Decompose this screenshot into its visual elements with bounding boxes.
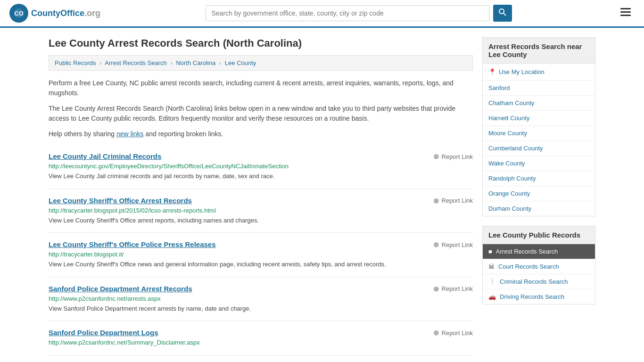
report-icon: ⊗ — [433, 285, 439, 293]
nearby-section: 📍Use My LocationSanfordChatham CountyHar… — [482, 64, 595, 216]
sidebar-public-records-driving-records-search[interactable]: 🚗Driving Records Search — [483, 289, 595, 304]
result-item: Sanford Police Department Logs ⊗ Report … — [49, 321, 473, 356]
report-link-button-4[interactable]: ⊗ Report Link — [433, 329, 473, 337]
report-icon: ⊗ — [433, 329, 439, 337]
result-item: Lee County Jail Criminal Records ⊗ Repor… — [49, 145, 473, 189]
sidebar-public-records-court-records-search[interactable]: 🏛Court Records Search — [483, 259, 595, 274]
result-url-0[interactable]: http://leecountync.gov/EmployeeDirectory… — [49, 163, 473, 170]
result-desc-1: View Lee County Sheriff's Office arrest … — [49, 216, 473, 225]
report-icon: ⊗ — [433, 240, 439, 249]
result-url-1[interactable]: http://tracycarter.blogspot.pt/2015/02/l… — [49, 207, 473, 214]
result-desc-0: View Lee County Jail criminal records an… — [49, 172, 473, 181]
nearby-item-chatham-county[interactable]: Chatham County — [483, 96, 595, 111]
sidebar-icon-2: ❕ — [488, 278, 496, 285]
nearby-item-harnett-county[interactable]: Harnett County — [483, 111, 595, 126]
result-title-1[interactable]: Lee County Sheriff's Office Arrest Recor… — [49, 197, 192, 205]
result-url-4[interactable]: http://www.p2csanfordnc.net/Summary_Disc… — [49, 339, 473, 346]
svg-line-4 — [504, 13, 506, 16]
result-title-4[interactable]: Sanford Police Department Logs — [49, 329, 158, 337]
result-item: Sanford Police Department Arrest Records… — [49, 277, 473, 321]
sidebar-public-records-criminal-records-search[interactable]: ❕Criminal Records Search — [483, 274, 595, 289]
sidebar-public-records-arrest-records-search[interactable]: ■Arrest Records Search — [483, 244, 595, 259]
page-title: Lee County Arrest Records Search (North … — [49, 37, 473, 49]
nearby-title: Arrest Records Search near Lee County — [482, 37, 595, 64]
report-link-button-2[interactable]: ⊗ Report Link — [433, 240, 473, 249]
report-link-button-3[interactable]: ⊗ Report Link — [433, 285, 473, 293]
result-url-3[interactable]: http://www.p2csanfordnc.net/arrests.aspx — [49, 295, 473, 302]
sidebar-icon-3: 🚗 — [488, 293, 496, 300]
nearby-item-orange-county[interactable]: Orange County — [483, 186, 595, 201]
menu-button[interactable] — [617, 6, 635, 21]
sidebar: Arrest Records Search near Lee County 📍U… — [482, 37, 595, 356]
description-para1: Perform a free Lee County, NC public arr… — [49, 78, 473, 98]
search-input[interactable] — [206, 5, 489, 21]
results-list: Lee County Jail Criminal Records ⊗ Repor… — [49, 145, 473, 356]
sidebar-icon-0: ■ — [488, 248, 492, 255]
logo[interactable]: CO CountyOffice.org — [9, 4, 100, 23]
sidebar-icon-1: 🏛 — [488, 263, 495, 270]
result-title-2[interactable]: Lee County Sheriff's Office Police Press… — [49, 240, 216, 248]
report-icon: ⊗ — [433, 197, 439, 205]
svg-rect-5 — [620, 8, 631, 9]
result-desc-3: View Sanford Police Department recent ar… — [49, 304, 473, 313]
location-icon: 📍 — [488, 68, 496, 75]
svg-text:CO: CO — [14, 10, 24, 17]
result-desc-2: View Lee County Sheriff's Office news an… — [49, 260, 473, 269]
public-records-section: ■Arrest Records Search🏛Court Records Sea… — [482, 244, 595, 304]
report-link-button-0[interactable]: ⊗ Report Link — [433, 152, 473, 161]
public-records-title: Lee County Public Records — [482, 226, 595, 244]
description-para3: Help others by sharing new links and rep… — [49, 129, 473, 139]
new-links-link[interactable]: new links — [116, 130, 144, 138]
use-my-location[interactable]: 📍Use My Location — [483, 64, 595, 81]
nearby-item-wake-county[interactable]: Wake County — [483, 156, 595, 171]
result-title-3[interactable]: Sanford Police Department Arrest Records — [49, 285, 192, 293]
result-item: Lee County Sheriff's Office Arrest Recor… — [49, 189, 473, 233]
nearby-item-cumberland-county[interactable]: Cumberland County — [483, 141, 595, 156]
breadcrumb-public-records[interactable]: Public Records — [55, 59, 96, 66]
result-title-0[interactable]: Lee County Jail Criminal Records — [49, 152, 161, 160]
nearby-item-durham-county[interactable]: Durham County — [483, 201, 595, 216]
result-item: Lee County Sheriff's Office Police Press… — [49, 233, 473, 277]
report-link-button-1[interactable]: ⊗ Report Link — [433, 197, 473, 205]
nearby-item-moore-county[interactable]: Moore County — [483, 126, 595, 141]
svg-rect-6 — [620, 11, 631, 13]
logo-icon: CO — [9, 4, 28, 23]
result-url-2[interactable]: http://tracycarter.blogspot.it/ — [49, 251, 473, 258]
breadcrumb-lee-county[interactable]: Lee County — [225, 59, 256, 66]
search-button[interactable] — [493, 5, 512, 22]
breadcrumb-north-carolina[interactable]: North Carolina — [176, 59, 215, 66]
breadcrumb: Public Records › Arrest Records Search ›… — [49, 55, 473, 71]
nearby-item-randolph-county[interactable]: Randolph County — [483, 171, 595, 186]
svg-point-3 — [499, 9, 504, 14]
logo-text: CountyOffice.org — [31, 8, 100, 18]
nearby-item-sanford[interactable]: Sanford — [483, 81, 595, 96]
report-icon: ⊗ — [433, 152, 439, 161]
breadcrumb-arrest-records[interactable]: Arrest Records Search — [105, 59, 167, 66]
description-para2: The Lee County Arrest Records Search (No… — [49, 104, 473, 123]
svg-rect-7 — [620, 15, 631, 16]
